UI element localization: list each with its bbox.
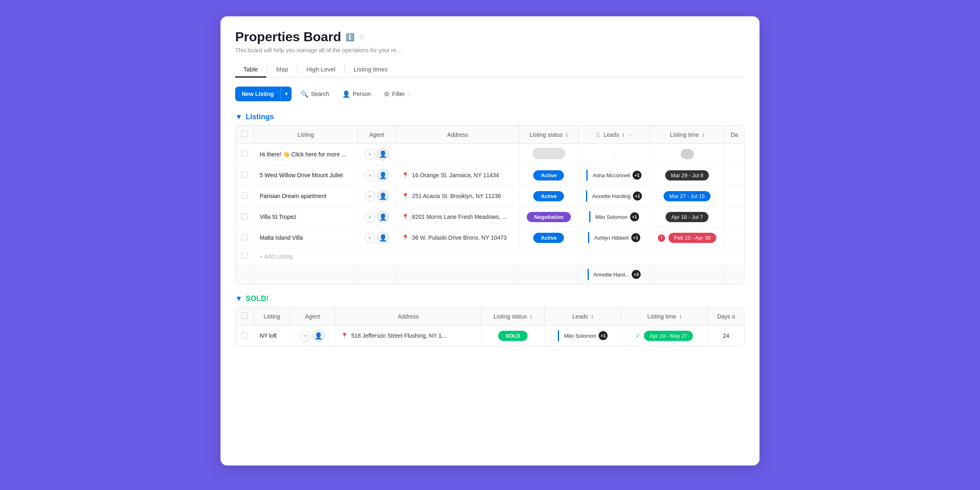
agent-cell: + 👤 [358,144,396,165]
sort-icon: ⇅ [596,132,600,138]
listing-status-info-icon: ℹ [566,132,568,138]
row-checkbox[interactable] [241,150,248,157]
leads-name: Milo Solomon [595,214,628,220]
tab-listingtimes[interactable]: Listing times [345,62,396,78]
search-button[interactable]: 🔍 Search [296,87,333,101]
th-address: Address [396,126,519,144]
board-container: Properties Board ℹ️ ☆ This board will he… [220,16,760,466]
table-row: NY loft + 👤 📍 518 Jefferson Street Flush… [236,325,744,346]
leads-more-icon[interactable]: ··· [628,131,633,138]
agent-cell: + 👤 [358,186,396,207]
address-cell [396,144,519,165]
agent-cell: + 👤 [290,325,335,346]
listing-name-cell[interactable]: NY loft [254,325,290,346]
th-checkbox[interactable] [236,126,254,144]
summary-leads-name: Annette Hard... [594,272,629,278]
listing-time-cell: Mar 27 - Jul 15 [650,186,724,207]
agent-avatar: 👤 [377,232,389,244]
board-header: Properties Board ℹ️ ☆ This board will he… [235,29,745,53]
add-listing-row[interactable]: + Add Listing [236,248,744,265]
row-checkbox[interactable] [241,332,248,339]
checkmark-icon: ✓ [636,332,641,339]
tab-highlevel[interactable]: High Level [298,62,343,78]
leads-bar [588,232,589,243]
add-listing-label[interactable]: + Add Listing [254,248,745,265]
add-agent-icon[interactable]: + [365,212,375,223]
tab-table[interactable]: Table [235,62,266,78]
th-listing-status: Listing status ℹ [519,126,578,144]
th-listing-status: Listing status ℹ [481,307,544,325]
th-listing-time: Listing time ℹ [650,126,724,144]
row-checkbox[interactable] [241,234,248,241]
listing-name-cell[interactable]: 5 West Willow Drive Mount Juliet [254,165,358,186]
agent-avatar: 👤 [377,190,389,202]
new-listing-dropdown-icon[interactable]: ▾ [281,87,292,101]
leads-bar [586,190,587,202]
leads-cell: Ashlyn Hibbert +1 [578,227,650,248]
address-text: 8201 Morris Lane Fresh Meadows, ... [412,214,507,220]
board-title: Properties Board [235,29,341,45]
tab-map[interactable]: Map [268,62,296,78]
row-checkbox[interactable] [241,172,248,178]
listing-name-cell[interactable]: Hi there! 👋 Click here for more ... [254,144,358,165]
select-all-checkbox[interactable] [241,131,248,137]
star-icon-button[interactable]: ☆ [359,33,365,42]
status-cell: Active [519,227,578,248]
listing-name-cell[interactable]: Malta Island Villa [254,227,358,248]
th-agent: Agent [358,126,396,144]
listings-table: Listing Agent Address Listing status ℹ ⇅ [236,126,744,284]
add-agent-icon[interactable]: + [365,191,375,202]
add-agent-icon[interactable]: + [365,170,375,181]
th-address: Address [335,307,481,325]
listing-time-badge: Feb 10 - Apr 30 [668,233,717,243]
listings-toggle-button[interactable]: ▼ [235,113,243,121]
pin-icon: 📍 [402,172,409,178]
status-badge: Active [533,191,564,201]
agent-cell: + 👤 [358,207,396,227]
days-cell [724,165,744,186]
table-row: Parisian Dream apartment + 👤 📍 251 Acaci… [236,186,744,207]
days-cell [724,144,744,165]
listing-time-badge: Apr 19 - May 27 [644,331,693,341]
listings-section-header: ▼ Listings [235,113,745,121]
sold-section-title: SOLD! [246,294,269,303]
th-checkbox[interactable] [236,307,254,325]
th-days: Days o [708,307,744,325]
sold-table-header-row: Listing Agent Address Listing status ℹ [236,307,744,325]
row-checkbox[interactable] [241,213,248,220]
listings-table-wrapper: Listing Agent Address Listing status ℹ ⇅ [235,125,745,285]
add-agent-icon[interactable]: + [365,149,375,160]
listing-name-cell[interactable]: Villa St Tropez [254,207,358,227]
add-agent-icon[interactable]: + [365,233,375,243]
person-button[interactable]: 👤 Person [338,87,375,101]
th-agent: Agent [290,307,335,325]
status-cell: Active [519,165,578,186]
leads-cell: Milo Solomon +1 [578,207,650,227]
agent-avatar: 👤 [377,169,389,181]
listing-time-cell: Apr 18 - Jul 7 [650,207,724,227]
listing-name-cell[interactable]: Parisian Dream apartment [254,186,358,207]
th-days: Da [724,126,744,144]
new-listing-label: New Listing [235,87,281,101]
th-listing: Listing [254,307,290,325]
row-checkbox[interactable] [241,252,248,259]
table-row: Malta Island Villa + 👤 📍 36 W. Pulaski D… [236,227,744,248]
summary-row: Annette Hard... +3 [236,265,744,285]
row-checkbox[interactable] [241,192,248,199]
agent-avatar: 👤 [312,330,325,342]
leads-bar [588,269,589,280]
tabs-bar: Table | Map | High Level | Listing times [235,62,745,78]
filter-button[interactable]: ⚙ Filter · [380,87,414,101]
add-agent-icon[interactable]: + [300,331,311,341]
address-cell: 📍 518 Jefferson Street Flushing, NY 1... [335,325,481,346]
summary-leads-cell: Annette Hard... +3 [578,265,650,285]
address-text: 36 W. Pulaski Drive Bronx, NY 10473 [412,234,507,241]
leads-cell: Asha Mcconnell +1 [578,165,650,186]
toolbar: New Listing ▾ 🔍 Search 👤 Person ⚙ Filter… [235,87,745,101]
new-listing-button[interactable]: New Listing ▾ [235,87,292,101]
info-icon-button[interactable]: ℹ️ [345,33,354,42]
select-all-checkbox[interactable] [241,312,248,319]
th-listing: Listing [254,126,358,144]
address-cell: 📍 16 Orange St. Jamaica, NY 11434 [396,165,519,186]
sold-toggle-button[interactable]: ▼ [235,294,243,303]
